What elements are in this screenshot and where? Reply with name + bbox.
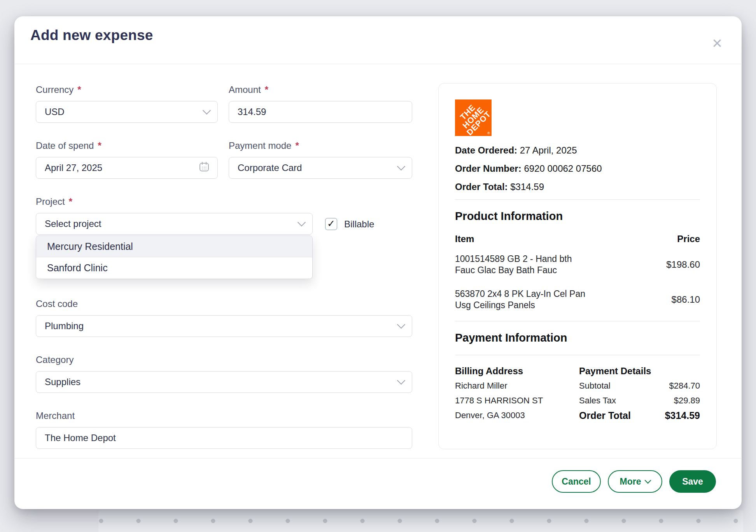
billable-label: Billable [344,219,374,230]
payment-details-title: Payment Details [579,365,700,377]
billing-address-title: Billing Address [455,365,579,377]
currency-label: Currency * [36,84,218,96]
date-of-spend-input[interactable]: April 27, 2025 [36,157,218,179]
required-asterisk: * [295,140,299,152]
payment-details-block: Payment Details Subtotal $284.70 Sales T… [579,365,700,422]
item-column-header: Item [455,233,474,245]
payment-mode-select[interactable]: Corporate Card [229,157,412,179]
cost-code-label: Cost code [36,298,412,310]
amount-label: Amount * [229,84,412,96]
chevron-down-icon [397,376,405,384]
table-row: 563870 2x4 8 PK Lay-In Cel Pan Usg Ceili… [455,288,700,311]
footer-divider [14,458,742,459]
sales-tax-row: Sales Tax $29.89 [579,395,700,406]
category-value: Supplies [45,377,394,387]
cost-code-value: Plumbing [45,321,394,331]
subtotal-row: Subtotal $284.70 [579,380,700,392]
required-asterisk: * [77,84,81,96]
divider [455,199,700,200]
cost-code-select[interactable]: Plumbing [36,315,412,337]
chevron-down-icon [298,218,306,226]
registered-mark: ® [487,131,490,135]
date-ordered-line: Date Ordered: 27 April, 2025 [455,145,700,156]
required-asterisk: * [98,140,101,152]
expense-form: Currency * USD Amount * 314.59 [36,84,412,466]
divider [455,321,700,321]
project-label: Project * [36,196,412,208]
date-of-spend-label: Date of spend * [36,140,218,152]
backdrop-strip [98,510,743,532]
project-select[interactable]: Select project [36,213,313,235]
calendar-icon [199,161,210,174]
project-option-sanford-clinic[interactable]: Sanford Clinic [36,257,312,279]
item-price: $86.10 [672,294,700,305]
merchant-input[interactable]: The Home Depot [36,427,412,449]
page-title: Add new expense [30,27,153,44]
payment-columns: Billing Address Richard Miller 1778 S HA… [455,365,700,422]
order-total-row: Order Total $314.59 [579,409,700,422]
payment-mode-label: Payment mode * [229,140,412,152]
home-depot-logo: THE HOME DEPOT ® [455,99,492,136]
category-select[interactable]: Supplies [36,371,412,393]
payment-information-title: Payment Information [455,331,700,345]
billing-address-block: Billing Address Richard Miller 1778 S HA… [455,365,579,422]
project-placeholder: Select project [45,218,294,229]
chevron-down-icon [397,320,405,328]
more-button[interactable]: More [608,470,662,493]
price-column-header: Price [677,233,700,245]
add-expense-modal: Add new expense × Currency * USD [14,16,742,509]
currency-select[interactable]: USD [36,101,218,123]
merchant-label: Merchant [36,410,412,422]
order-number-line: Order Number: 6920 00062 07560 [455,163,700,174]
checkbox-check-icon: ✓ [327,218,335,229]
close-button[interactable]: × [708,34,726,52]
billable-checkbox[interactable]: ✓ [325,218,337,230]
chevron-down-icon [397,162,405,170]
project-dropdown-menu: Mercury Residential Sanford Clinic [36,235,313,279]
close-icon: × [712,35,722,52]
table-row: 1001514589 GB 2 - Hand bth Fauc Glac Bay… [455,253,700,276]
date-of-spend-value: April 27, 2025 [45,162,194,173]
product-information-title: Product Information [455,209,700,223]
project-option-mercury-residential[interactable]: Mercury Residential [36,236,312,257]
save-button[interactable]: Save [669,470,716,493]
backdrop-dots [98,510,743,532]
required-asterisk: * [69,196,72,208]
footer-actions: Cancel More Save [552,470,716,493]
currency-value: USD [45,106,199,117]
product-table-header: Item Price [455,233,700,245]
amount-input[interactable]: 314.59 [229,101,412,123]
payment-mode-value: Corporate Card [238,162,394,173]
divider [455,355,700,355]
item-price: $198.60 [666,259,700,270]
receipt-panel: THE HOME DEPOT ® Date Ordered: 27 April,… [438,83,717,449]
amount-value: 314.59 [238,106,404,117]
header-divider [14,64,742,64]
order-total-line: Order Total: $314.59 [455,181,700,193]
chevron-down-icon [645,477,651,484]
cancel-button[interactable]: Cancel [552,470,601,493]
order-summary: Date Ordered: 27 April, 2025 Order Numbe… [455,145,700,193]
category-label: Category [36,354,412,366]
chevron-down-icon [203,106,211,114]
merchant-value: The Home Depot [45,433,404,443]
page-background: Add new expense × Currency * USD [0,0,756,532]
required-asterisk: * [265,84,268,96]
